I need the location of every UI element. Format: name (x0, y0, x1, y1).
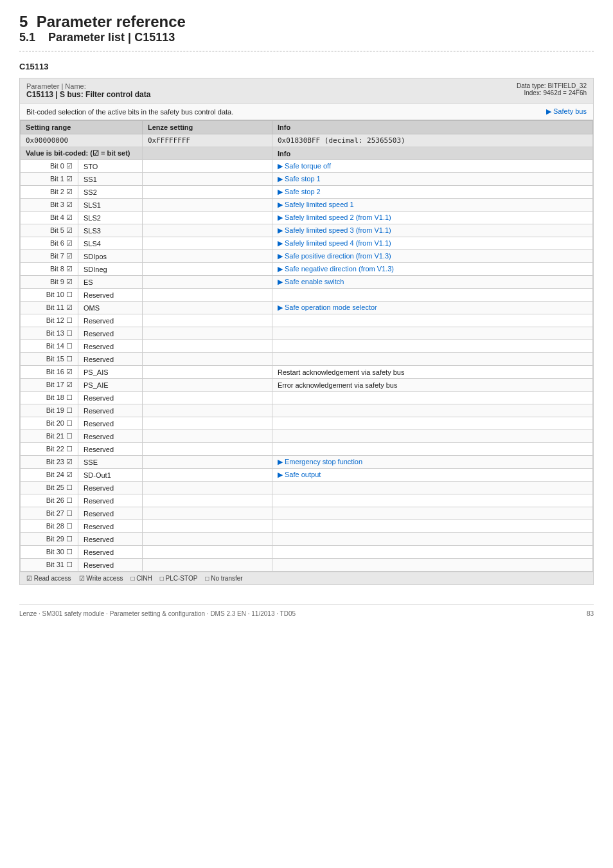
bit-info: Safely limited speed 2 (from V1.1) (272, 212, 592, 224)
table-row: Bit 0 ☑STOSafe torque off (21, 160, 593, 173)
bit-info (272, 314, 592, 327)
table-row: Bit 20 ☐Reserved (21, 417, 593, 430)
bit-name: OMS (78, 302, 143, 314)
bit-name: SS2 (78, 186, 143, 199)
bit-info: Emergency stop function (272, 456, 592, 469)
bit-name: Reserved (78, 404, 143, 417)
bit-info: Safe torque off (272, 160, 592, 173)
footer-item: □ PLC-STOP (160, 575, 198, 582)
bit-name: Reserved (78, 533, 143, 546)
bit-name: Reserved (78, 417, 143, 430)
bit-name: Reserved (78, 340, 143, 353)
table-row: Bit 29 ☐Reserved (21, 533, 593, 546)
table-row: Bit 21 ☐Reserved (21, 430, 593, 443)
bit-name: STO (78, 160, 143, 173)
footer-item: ☑ Read access (26, 575, 71, 582)
safety-bus-link[interactable]: Safety bus (546, 107, 587, 116)
bit-info (272, 559, 592, 572)
table-row: Bit 16 ☑PS_AISRestart acknowledgement vi… (21, 366, 593, 379)
bit-name: SS1 (78, 173, 143, 186)
bit-info: Safe enable switch (272, 276, 592, 289)
bit-name: Reserved (78, 353, 143, 366)
table-row: Bit 19 ☐Reserved (21, 404, 593, 417)
bit-info: Safe stop 2 (272, 186, 592, 199)
table-row: Bit 18 ☐Reserved (21, 392, 593, 404)
bit-info (272, 494, 592, 507)
bit-name: Reserved (78, 546, 143, 559)
bit-info: Error acknowledgement via safety bus (272, 379, 592, 392)
table-row: Bit 11 ☑OMSSafe operation mode selector (21, 302, 593, 314)
col-lenze: Lenze setting (143, 121, 272, 134)
bit-name: SSE (78, 456, 143, 469)
footer-item: □ No transfer (205, 575, 242, 582)
bit-name: Reserved (78, 443, 143, 456)
bit-info: Safe stop 1 (272, 173, 592, 186)
bit-name: Reserved (78, 392, 143, 404)
bit-info (272, 392, 592, 404)
param-footer-bar: ☑ Read access☑ Write access□ CINH□ PLC-S… (20, 572, 593, 584)
bit-info: Safe negative direction (from V1.3) (272, 263, 592, 276)
table-row: Bit 8 ☑SDInegSafe negative direction (fr… (21, 263, 593, 276)
table-row: Bit 13 ☐Reserved (21, 327, 593, 340)
table-row: Bit 3 ☑SLS1Safely limited speed 1 (21, 199, 593, 212)
table-row: Bit 25 ☐Reserved (21, 482, 593, 494)
table-row: Bit 6 ☑SLS4Safely limited speed 4 (from … (21, 237, 593, 250)
table-row: Bit 30 ☐Reserved (21, 546, 593, 559)
bit-name: ES (78, 276, 143, 289)
table-row: Bit 31 ☐Reserved (21, 559, 593, 572)
table-row: Bit 2 ☑SS2Safe stop 2 (21, 186, 593, 199)
bit-info (272, 353, 592, 366)
bit-name: Reserved (78, 430, 143, 443)
table-row: Bit 7 ☑SDIposSafe positive direction (fr… (21, 250, 593, 263)
table-row: Bit 23 ☑SSEEmergency stop function (21, 456, 593, 469)
bit-info: Safe positive direction (from V1.3) (272, 250, 592, 263)
bit-info (272, 533, 592, 546)
bit-name: Reserved (78, 507, 143, 520)
table-row: Bit 14 ☐Reserved (21, 340, 593, 353)
bit-info (272, 289, 592, 302)
bit-info (272, 520, 592, 533)
bit-name: SD-Out1 (78, 469, 143, 482)
col-info: Info (272, 121, 592, 134)
setting-range-row: 0x00000000 0xFFFFFFFF 0x01830BFF (decima… (21, 134, 593, 147)
bit-name: SDIpos (78, 250, 143, 263)
table-row: Bit 10 ☐Reserved (21, 289, 593, 302)
val-bit-coded-row: Value is bit-coded: (☑ = bit set) Info (21, 147, 593, 160)
bit-name: Reserved (78, 494, 143, 507)
param-description: Bit-coded selection of the active bits i… (20, 104, 593, 120)
table-row: Bit 22 ☐Reserved (21, 443, 593, 456)
bit-info (272, 507, 592, 520)
table-row: Bit 24 ☑SD-Out1Safe output (21, 469, 593, 482)
table-row: Bit 5 ☑SLS3Safely limited speed 3 (from … (21, 224, 593, 237)
bit-name: SDIneg (78, 263, 143, 276)
bit-info (272, 340, 592, 353)
table-row: Bit 12 ☐Reserved (21, 314, 593, 327)
bit-info (272, 430, 592, 443)
bit-name: Reserved (78, 520, 143, 533)
bit-name: Reserved (78, 559, 143, 572)
param-card-header: Parameter | Name: C15113 | S bus: Filter… (20, 78, 593, 104)
divider (19, 51, 594, 51)
bit-info (272, 443, 592, 456)
bit-name: SLS1 (78, 199, 143, 212)
bit-info: Restart acknowledgement via safety bus (272, 366, 592, 379)
table-row: Bit 28 ☐Reserved (21, 520, 593, 533)
table-row: Bit 9 ☑ESSafe enable switch (21, 276, 593, 289)
section-label: C15113 (19, 62, 594, 71)
bit-name: PS_AIE (78, 379, 143, 392)
bit-info: Safe output (272, 469, 592, 482)
table-row: Bit 15 ☐Reserved (21, 353, 593, 366)
table-row: Bit 1 ☑SS1Safe stop 1 (21, 173, 593, 186)
bit-info (272, 404, 592, 417)
footer-item: □ CINH (130, 575, 152, 582)
page-footer: Lenze · SM301 safety module · Parameter … (19, 604, 594, 617)
section-title: 5.1 Parameter list | C15113 (19, 31, 594, 44)
bit-info: Safely limited speed 1 (272, 199, 592, 212)
chapter-title: 5 Parameter reference (19, 13, 594, 31)
bit-info: Safely limited speed 3 (from V1.1) (272, 224, 592, 237)
col-setting: Setting range (21, 121, 143, 134)
bit-name: Reserved (78, 289, 143, 302)
bit-name: Reserved (78, 314, 143, 327)
bit-name: Reserved (78, 327, 143, 340)
bit-name: PS_AIS (78, 366, 143, 379)
